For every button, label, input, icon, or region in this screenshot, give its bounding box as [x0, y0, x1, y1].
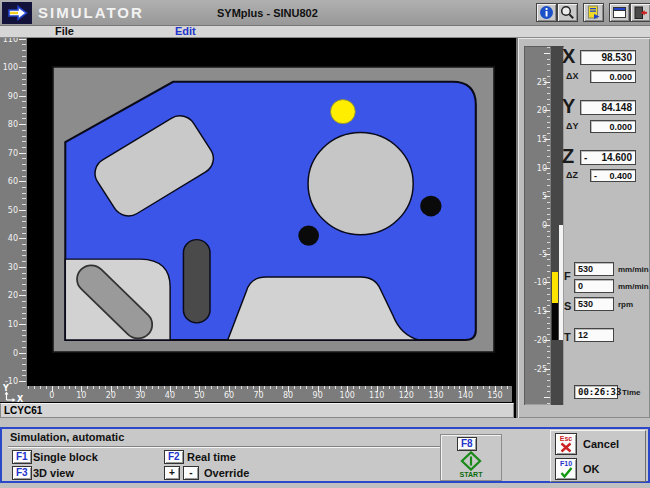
status-bar: LCYC61	[0, 403, 514, 418]
y-axis-ruler: -100102030405060708090100110	[0, 38, 27, 402]
app-arrow-icon	[5, 4, 29, 22]
f2-key-button[interactable]: F2	[164, 450, 184, 464]
f8-key-button[interactable]: F8	[457, 437, 477, 451]
delta-y-value: 0.000	[590, 120, 636, 133]
app-title: SIMULATOR	[38, 0, 144, 26]
drill-hole-2	[420, 196, 441, 217]
magnifier-icon	[560, 5, 575, 20]
f3-label: 3D view	[33, 467, 74, 479]
esc-key-button[interactable]: Esc	[555, 433, 577, 455]
menu-file[interactable]: File	[55, 25, 74, 37]
active-cycle-label: LCYC61	[4, 405, 42, 416]
main-area: -100102030405060708090100110 01020304050…	[0, 38, 650, 418]
x-axis-ruler: 0102030405060708090100110120130140150	[0, 386, 512, 402]
separator	[8, 446, 442, 448]
cancel-label: Cancel	[583, 438, 619, 450]
start-label: START	[441, 471, 501, 478]
feed-actual-value: 0	[574, 279, 614, 293]
window-icon	[612, 5, 627, 20]
simulation-view: -100102030405060708090100110 01020304050…	[0, 38, 516, 418]
override-label: Override	[204, 467, 249, 479]
slot-vertical	[183, 240, 210, 323]
axis-x-label: X	[562, 46, 575, 66]
override-minus-button[interactable]: -	[183, 466, 199, 480]
menu-edit[interactable]: Edit	[175, 25, 196, 37]
exit-button[interactable]	[630, 3, 650, 22]
f2-label: Real time	[187, 451, 236, 463]
axis-z-value: -14.600	[580, 150, 636, 165]
axis-z-label: Z	[562, 146, 574, 166]
position-panel: -25-20-15-10-50510152025 X 98.530 ΔX 0.0…	[516, 38, 650, 418]
mode-icon	[586, 5, 601, 20]
elapsed-time: 00:26:33	[574, 385, 618, 399]
f3-key-button[interactable]: F3	[12, 466, 32, 480]
svg-text:X: X	[17, 395, 24, 402]
simulator-window: SIMULATOR SYMplus - SINU802	[0, 0, 650, 488]
feed-actual-unit: mm/min	[618, 282, 649, 291]
exit-icon	[633, 5, 648, 20]
start-cycle-icon[interactable]	[460, 451, 482, 471]
titlebar: SIMULATOR SYMplus - SINU802	[0, 0, 650, 26]
spindle-unit: rpm	[618, 300, 633, 309]
feed-set-unit: mm/min	[618, 265, 649, 274]
axis-x-value: 98.530	[580, 50, 636, 65]
depth-scale-ruler: -25-20-15-10-50510152025	[524, 46, 564, 405]
f1-key-button[interactable]: F1	[12, 450, 32, 464]
document-title: SYMplus - SINU802	[217, 0, 318, 26]
softkey-panel: Simulation, automatic F1 Single block F3…	[0, 427, 650, 483]
tool-number: 12	[574, 328, 614, 342]
info-button[interactable]	[536, 3, 557, 22]
axis-orientation-icon: Y X	[2, 383, 26, 402]
time-label: Time	[622, 388, 641, 397]
override-plus-button[interactable]: +	[164, 466, 180, 480]
feed-label: F	[564, 270, 571, 282]
delta-x-label: ΔX	[566, 71, 578, 81]
info-icon	[539, 5, 554, 20]
menubar: File Edit	[0, 26, 650, 38]
tool-position	[330, 100, 355, 124]
f1-label: Single block	[33, 451, 98, 463]
f10-key-button[interactable]: F10	[555, 458, 577, 480]
delta-y-label: ΔY	[566, 121, 578, 131]
svg-text:Y: Y	[2, 384, 9, 393]
delta-x-value: 0.000	[590, 70, 636, 83]
depth-scale: -25-20-15-10-50510152025	[524, 46, 564, 405]
tool-label: T	[564, 331, 571, 343]
workpiece-canvas	[52, 66, 495, 353]
mode-button[interactable]	[583, 3, 604, 22]
app-icon[interactable]	[2, 2, 32, 24]
ok-label: OK	[583, 463, 600, 475]
feed-set-value: 530	[574, 262, 614, 276]
cancel-x-icon	[560, 442, 572, 453]
dialog-title: Simulation, automatic	[10, 431, 124, 443]
ok-check-icon	[560, 467, 573, 478]
start-cell: F8 START	[440, 434, 502, 481]
delta-z-label: ΔZ	[566, 170, 578, 180]
window-button[interactable]	[609, 3, 630, 22]
spindle-label: S	[564, 300, 571, 312]
pocket-circle	[308, 133, 413, 235]
axis-y-value: 84.148	[580, 100, 636, 115]
axis-y-label: Y	[562, 96, 575, 116]
drill-hole-1	[298, 226, 319, 246]
confirm-cell: Esc Cancel F10 OK	[550, 430, 646, 482]
spindle-value: 530	[574, 297, 614, 311]
zoom-button[interactable]	[557, 3, 578, 22]
delta-z-value: -0.400	[590, 169, 636, 182]
